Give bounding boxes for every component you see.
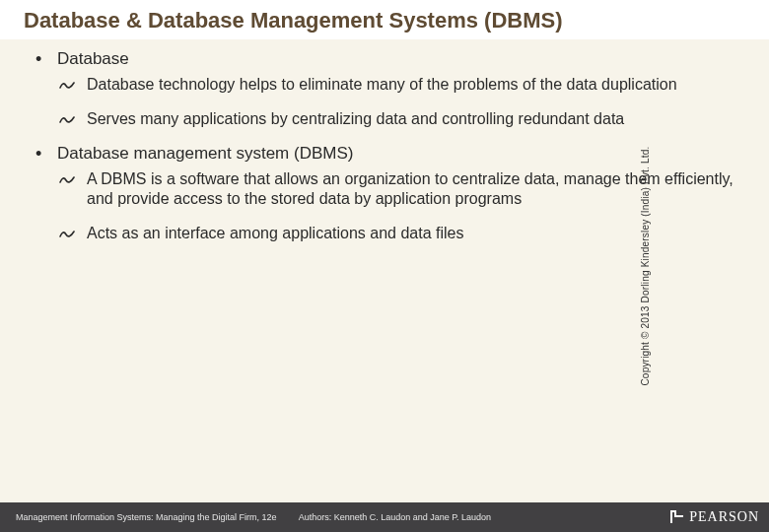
copyright-text: Copyright © 2013 Dorling Kindersley (Ind…	[640, 146, 651, 385]
pearson-logo: PEARSON	[669, 509, 759, 525]
slide: Database & Database Management Systems (…	[0, 0, 769, 532]
sub-bullet-list: A DBMS is a software that allows an orga…	[57, 169, 734, 244]
bullet-label: Database management system (DBMS)	[57, 144, 353, 163]
sub-bullet-text: A DBMS is a software that allows an orga…	[87, 170, 734, 208]
sub-bullet-item: Serves many applications by centralizing…	[57, 109, 734, 130]
sub-bullet-item: Database technology helps to eliminate m…	[57, 75, 734, 96]
wave-icon	[59, 172, 75, 188]
wave-icon	[59, 112, 75, 128]
bullet-label: Database	[57, 49, 129, 68]
bullet-item: Database Database technology helps to el…	[30, 49, 734, 130]
footer-book: Management Information Systems: Managing…	[16, 512, 277, 522]
wave-icon	[59, 227, 75, 242]
sub-bullet-item: A DBMS is a software that allows an orga…	[57, 169, 734, 211]
pearson-brand-text: PEARSON	[689, 509, 759, 525]
footer-authors: Authors: Kenneth C. Laudon and Jane P. L…	[299, 512, 492, 522]
sub-bullet-list: Database technology helps to eliminate m…	[57, 75, 734, 130]
footer-bar: Management Information Systems: Managing…	[0, 502, 769, 532]
pearson-mark-icon	[669, 509, 685, 525]
slide-body: Database Database technology helps to el…	[0, 39, 769, 244]
bullet-item: Database management system (DBMS) A DBMS…	[30, 144, 734, 244]
footer-left: Management Information Systems: Managing…	[16, 512, 491, 522]
sub-bullet-text: Serves many applications by centralizing…	[87, 110, 624, 127]
bullet-list: Database Database technology helps to el…	[30, 49, 734, 244]
sub-bullet-text: Acts as an interface among applications …	[87, 225, 463, 241]
sub-bullet-text: Database technology helps to eliminate m…	[87, 76, 677, 93]
slide-title: Database & Database Management Systems (…	[0, 0, 769, 39]
sub-bullet-item: Acts as an interface among applications …	[57, 224, 734, 244]
wave-icon	[59, 78, 75, 94]
